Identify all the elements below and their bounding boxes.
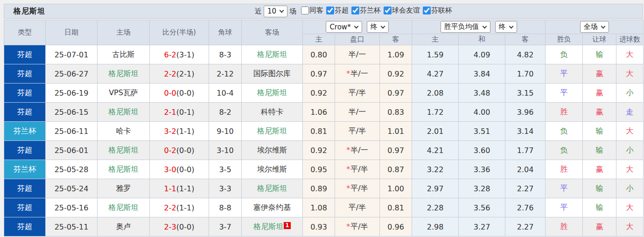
- corners-cell: 3-7: [209, 217, 242, 237]
- home-team: 格尼斯坦: [98, 141, 150, 160]
- result-goals: 大: [616, 198, 644, 217]
- league-badge: 芬兰杯: [4, 160, 46, 179]
- filter-checkbox-item[interactable]: 芬超: [326, 6, 349, 15]
- result-goals: 小: [616, 179, 644, 198]
- col-header-away: 客场: [242, 20, 303, 45]
- eu-odds-away: 3.96: [505, 103, 546, 122]
- corners-cell: 8-8: [209, 198, 242, 217]
- europe-company-select[interactable]: 胜平负均值: [441, 21, 490, 33]
- eu-odds-draw: 3.51: [459, 122, 505, 141]
- corners-cell: 9-10: [209, 122, 242, 141]
- away-team: 埃尔维斯: [242, 141, 303, 160]
- away-team-name: 格尼斯坦: [257, 50, 287, 59]
- chevron-down-icon: [482, 24, 487, 28]
- filter-checkbox-label: 球会友谊: [392, 6, 420, 15]
- filter-checkbox-3[interactable]: [384, 7, 392, 14]
- handicap-text: 半/一: [349, 50, 366, 59]
- filter-checkbox-item[interactable]: 芬联杯: [423, 6, 452, 15]
- ah-handicap: 平/半: [335, 122, 380, 141]
- result-handicap: 输: [583, 141, 616, 160]
- handicap-star: *: [346, 165, 350, 174]
- score-cell: 2-3(0-0): [150, 217, 209, 237]
- away-team: 格尼斯坦: [242, 84, 303, 103]
- fulltime-score: 2-3: [164, 223, 176, 231]
- home-team: 格尼斯坦: [98, 64, 150, 84]
- home-team: 古比斯: [98, 45, 150, 64]
- fulltime-score: 3-2: [164, 127, 176, 136]
- result-wdl: 胜: [546, 103, 583, 122]
- away-badge: 1: [284, 222, 290, 229]
- filter-checkbox-item[interactable]: 芬兰杯: [351, 6, 381, 15]
- ah-odds-away: 0.92: [380, 64, 412, 84]
- eu-odds-draw: 3.60: [459, 141, 505, 160]
- ah-odds-away: 0.97: [380, 84, 412, 103]
- ah-odds-home: 1.06: [303, 103, 335, 122]
- score-cell: 3-0(0-0): [150, 160, 209, 179]
- league-badge: 芬超: [4, 84, 46, 103]
- result-handicap: 输: [583, 45, 616, 64]
- away-team: 科特卡: [242, 103, 303, 122]
- eu-odds-draw: 3.36: [459, 160, 505, 179]
- europe-time-select[interactable]: 终: [495, 21, 517, 33]
- filter-checkbox-2[interactable]: [351, 7, 359, 14]
- match-date: 25-05-24: [46, 179, 98, 198]
- ah-odds-home: 0.89: [303, 179, 335, 198]
- home-team: 格尼斯坦: [98, 103, 150, 122]
- match-date: 25-05-11: [46, 217, 98, 237]
- filter-checkbox-item[interactable]: 球会友谊: [384, 6, 420, 15]
- ah-odds-home: 0.95: [303, 160, 335, 179]
- ah-handicap: *平/半: [335, 160, 380, 179]
- result-scope-select[interactable]: 全场: [580, 21, 609, 33]
- eu-odds-home: 2.08: [412, 84, 459, 103]
- handicap-text: 半/一: [349, 107, 366, 116]
- odds-company-select[interactable]: Crow*: [326, 21, 362, 33]
- league-badge: 芬兰杯: [4, 122, 46, 141]
- league-badge: 芬超: [4, 103, 46, 122]
- league-badge: 芬超: [4, 198, 46, 217]
- recent-count-select[interactable]: 10: [264, 6, 287, 17]
- europe-time-value: 终: [499, 22, 506, 31]
- eu-odds-draw: 3.27: [459, 217, 505, 237]
- col-header-date: 日期: [46, 20, 98, 45]
- page-title: 格尼斯坦: [4, 7, 45, 16]
- away-team-name: 科特卡: [261, 107, 283, 116]
- halftime-score: (0-0): [176, 89, 195, 98]
- score-cell: 2-2(1-1): [150, 198, 209, 217]
- eu-odds-away: 2.76: [505, 198, 546, 217]
- eu-odds-away: 3.14: [505, 122, 546, 141]
- ah-odds-home: 0.80: [303, 45, 335, 64]
- away-team: 塞伊奈约基: [242, 198, 303, 217]
- fulltime-score: 3-0: [164, 165, 176, 174]
- filter-checkbox-1[interactable]: [326, 7, 334, 14]
- filter-checkbox-item[interactable]: 同客: [301, 6, 323, 15]
- fulltime-score: 0-0: [164, 89, 176, 98]
- corners-cell: 8-3: [209, 45, 242, 64]
- corners-cell: 3-10: [209, 141, 242, 160]
- filter-checkbox-0[interactable]: [301, 7, 309, 14]
- match-date: 25-05-28: [46, 160, 98, 179]
- result-wdl: 负: [546, 45, 583, 64]
- handicap-text: 平/半: [350, 165, 368, 174]
- sub-header-handicap: 盘口: [335, 34, 380, 45]
- odds-time-value: 终: [371, 22, 378, 31]
- eu-odds-away: 3.15: [505, 84, 546, 103]
- result-handicap: 赢: [583, 160, 616, 179]
- filter-checkbox-4[interactable]: [423, 7, 431, 14]
- eu-odds-away: 2.27: [505, 217, 546, 237]
- odds-time-select[interactable]: 终: [367, 21, 389, 33]
- halftime-score: (0-1): [176, 108, 195, 117]
- home-team: VPS瓦萨: [98, 84, 150, 103]
- sub-header-result-handicap: 让球: [583, 34, 616, 45]
- table-row: 芬超 25-06-01 格尼斯坦 0-2(0-0) 3-10 埃尔维斯 0.92…: [4, 141, 644, 160]
- eu-odds-draw: 4.00: [459, 103, 505, 122]
- eu-odds-away: 1.70: [505, 64, 546, 84]
- away-team: 国际图尔库: [242, 64, 303, 84]
- halftime-score: (0-0): [176, 146, 195, 155]
- match-date: 25-06-19: [46, 84, 98, 103]
- eu-odds-draw: 3.48: [459, 84, 505, 103]
- eu-odds-home: 1.59: [412, 45, 459, 64]
- fulltime-score: 2-1: [164, 108, 176, 117]
- league-badge: 芬超: [4, 179, 46, 198]
- result-handicap: 输: [583, 198, 616, 217]
- filter-checkbox-label: 芬超: [335, 6, 349, 15]
